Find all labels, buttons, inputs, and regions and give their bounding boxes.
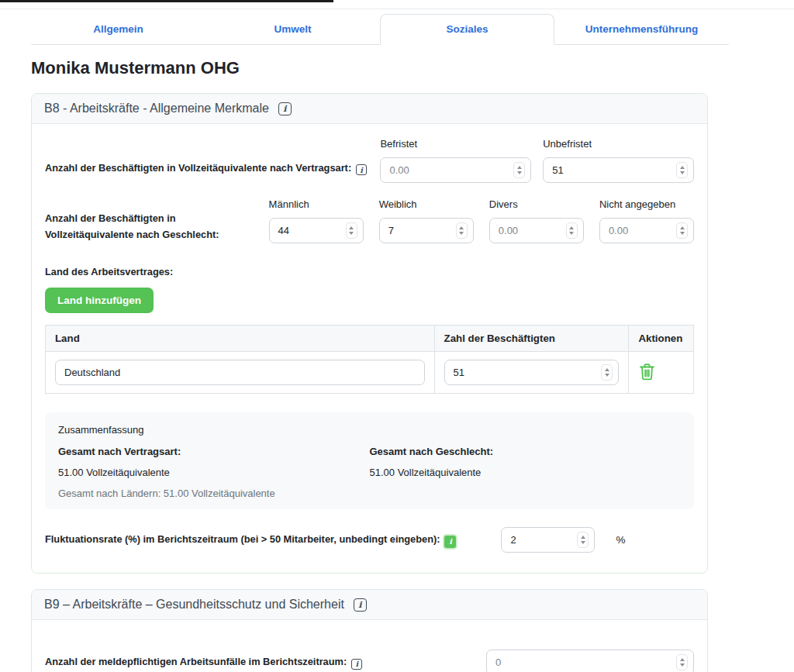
- weiblich-input[interactable]: 7: [379, 218, 474, 243]
- summary-vertragsart: Gesamt nach Vertragsart: 51.00 Vollzeitä…: [58, 446, 370, 499]
- column-header-aktionen: Aktionen: [629, 326, 694, 352]
- section-b8-header: B8 - Arbeitskräfte - Allgemeine Merkmale…: [32, 94, 707, 124]
- weiblich-value: 7: [388, 225, 394, 236]
- summary-grid: Gesamt nach Vertragsart: 51.00 Vollzeitä…: [58, 446, 681, 499]
- nicht-angegeben-column: Nicht angegeben 0.00: [599, 198, 694, 243]
- section-b8-body: Anzahl der Beschäftigten in Vollzeitäqui…: [32, 124, 707, 573]
- maennlich-column: Männlich 44: [269, 198, 364, 243]
- summary-vertragsart-value: 51.00 Vollzeitäquivalente: [58, 467, 370, 478]
- tab-allgemein[interactable]: Allgemein: [31, 14, 205, 45]
- unbefristet-input[interactable]: 51: [543, 157, 694, 183]
- befristet-header: Befristet: [380, 138, 531, 150]
- nicht-angegeben-input[interactable]: 0.00: [599, 218, 694, 243]
- land-name-input[interactable]: Deutschland: [55, 360, 425, 385]
- arbeitsunfaelle-label: Anzahl der meldepflichtigen Arbeitsunfäl…: [45, 655, 362, 670]
- nicht-angegeben-header: Nicht angegeben: [599, 198, 694, 211]
- stepper-icon[interactable]: [456, 222, 468, 239]
- fluktuationsrate-input[interactable]: 2: [501, 527, 595, 553]
- arbeitsunfaelle-label-text: Anzahl der meldepflichtigen Arbeitsunfäl…: [45, 656, 347, 667]
- stepper-icon[interactable]: [513, 162, 525, 178]
- divers-value: 0.00: [499, 225, 518, 236]
- add-country-button[interactable]: Land hinzufügen: [45, 288, 154, 313]
- stepper-icon[interactable]: [676, 222, 688, 239]
- stepper-icon[interactable]: [346, 222, 357, 239]
- befristet-input[interactable]: 0.00: [380, 157, 531, 183]
- summary-title: Zusammenfassung: [58, 424, 681, 436]
- stepper-icon[interactable]: [577, 532, 589, 548]
- section-b9-title: B9 – Arbeitskräfte – Gesundheitsschutz u…: [44, 598, 344, 612]
- divers-input[interactable]: 0.00: [489, 218, 584, 243]
- fluktuationsrate-label: Fluktuationsrate (%) im Berichtszeitraum…: [45, 532, 456, 548]
- weiblich-header: Weiblich: [379, 198, 474, 211]
- unbefristet-column: Unbefristet 51: [543, 138, 694, 183]
- section-b9-body: Anzahl der meldepflichtigen Arbeitsunfäl…: [32, 620, 707, 672]
- summary-laender-line: Gesamt nach Ländern: 51.00 Vollzeitäquiv…: [58, 488, 370, 499]
- summary-vertragsart-label: Gesamt nach Vertragsart:: [58, 446, 370, 457]
- info-icon[interactable]: i: [351, 659, 362, 670]
- maennlich-input[interactable]: 44: [269, 218, 364, 243]
- info-icon[interactable]: i: [354, 598, 367, 612]
- summary-geschlecht-label: Gesamt nach Geschlecht:: [370, 446, 682, 457]
- column-header-zahl: Zahl der Beschäftigten: [434, 326, 629, 352]
- arbeitsunfaelle-value: 0: [495, 656, 501, 668]
- unbefristet-header: Unbefristet: [543, 138, 694, 150]
- section-b9-header: B9 – Arbeitskräfte – Gesundheitsschutz u…: [32, 590, 707, 620]
- land-name-value: Deutschland: [64, 367, 120, 378]
- country-table: Land Zahl der Beschäftigten Aktionen Deu…: [45, 325, 694, 394]
- stepper-icon[interactable]: [566, 222, 578, 239]
- vertragsart-label-cell: Anzahl der Beschäftigten in Vollzeitäqui…: [45, 138, 368, 183]
- info-icon[interactable]: i: [356, 164, 367, 175]
- column-header-land: Land: [46, 326, 435, 352]
- info-icon[interactable]: i: [444, 536, 456, 548]
- info-icon[interactable]: i: [278, 102, 292, 115]
- vertragsart-label: Anzahl der Beschäftigten in Vollzeitäqui…: [45, 160, 368, 176]
- geschlecht-label-cell: Anzahl der Beschäftigten in Vollzeitäqui…: [45, 198, 254, 243]
- nicht-angegeben-value: 0.00: [609, 225, 628, 236]
- stepper-icon[interactable]: [676, 654, 688, 670]
- befristet-value: 0.00: [389, 164, 409, 176]
- unbefristet-value: 51: [552, 164, 563, 176]
- weiblich-column: Weiblich 7: [379, 198, 474, 243]
- geschlecht-row: Anzahl der Beschäftigten in Vollzeitäqui…: [45, 198, 694, 243]
- geschlecht-label: Anzahl der Beschäftigten in Vollzeitäqui…: [45, 211, 254, 243]
- tab-soziales[interactable]: Soziales: [380, 14, 554, 45]
- summary-box: Zusammenfassung Gesamt nach Vertragsart:…: [45, 412, 694, 509]
- stepper-icon[interactable]: [601, 364, 613, 381]
- land-count-value: 51: [454, 367, 464, 378]
- maennlich-value: 44: [278, 225, 289, 236]
- section-b8: B8 - Arbeitskräfte - Allgemeine Merkmale…: [31, 93, 708, 574]
- page-top-divider: [0, 9, 794, 9]
- arbeitsunfaelle-row: Anzahl der meldepflichtigen Arbeitsunfäl…: [45, 650, 694, 672]
- page-container: Allgemein Umwelt Soziales Unternehmensfü…: [31, 14, 740, 672]
- tab-umwelt[interactable]: Umwelt: [205, 14, 380, 45]
- table-row: Deutschland 51: [46, 352, 694, 394]
- land-des-arbeitsvertrages-label: Land des Arbeitsvertrages:: [45, 266, 694, 277]
- section-b8-title: B8 - Arbeitskräfte - Allgemeine Merkmale: [44, 102, 269, 115]
- vertragsart-row: Anzahl der Beschäftigten in Vollzeitäqui…: [45, 138, 694, 183]
- country-table-header-row: Land Zahl der Beschäftigten Aktionen: [46, 326, 694, 352]
- fluktuationsrate-value: 2: [510, 534, 516, 546]
- tab-bar: Allgemein Umwelt Soziales Unternehmensfü…: [31, 14, 729, 45]
- land-count-input[interactable]: 51: [444, 360, 620, 385]
- divers-column: Divers 0.00: [489, 198, 584, 243]
- arbeitsunfaelle-input[interactable]: 0: [486, 650, 694, 672]
- maennlich-header: Männlich: [269, 198, 364, 211]
- tab-unternehmensfuehrung[interactable]: Unternehmensführung: [554, 14, 729, 45]
- befristet-column: Befristet 0.00: [380, 138, 531, 183]
- divers-header: Divers: [489, 198, 584, 211]
- vertragsart-label-text: Anzahl der Beschäftigten in Vollzeitäqui…: [45, 162, 351, 174]
- fluktuationsrate-label-text: Fluktuationsrate (%) im Berichtszeitraum…: [45, 533, 440, 545]
- section-b9: B9 – Arbeitskräfte – Gesundheitsschutz u…: [31, 589, 708, 672]
- stepper-icon[interactable]: [676, 162, 688, 178]
- percent-unit-label: %: [616, 534, 625, 546]
- summary-geschlecht-value: 51.00 Vollzeitäquivalente: [370, 467, 682, 478]
- delete-country-button[interactable]: [638, 362, 656, 381]
- trash-icon: [638, 362, 656, 381]
- top-edge-bar: [0, 0, 333, 2]
- summary-geschlecht: Gesamt nach Geschlecht: 51.00 Vollzeitäq…: [370, 446, 682, 499]
- page-title: Monika Mustermann OHG: [31, 58, 740, 78]
- fluktuationsrate-row: Fluktuationsrate (%) im Berichtszeitraum…: [45, 527, 694, 553]
